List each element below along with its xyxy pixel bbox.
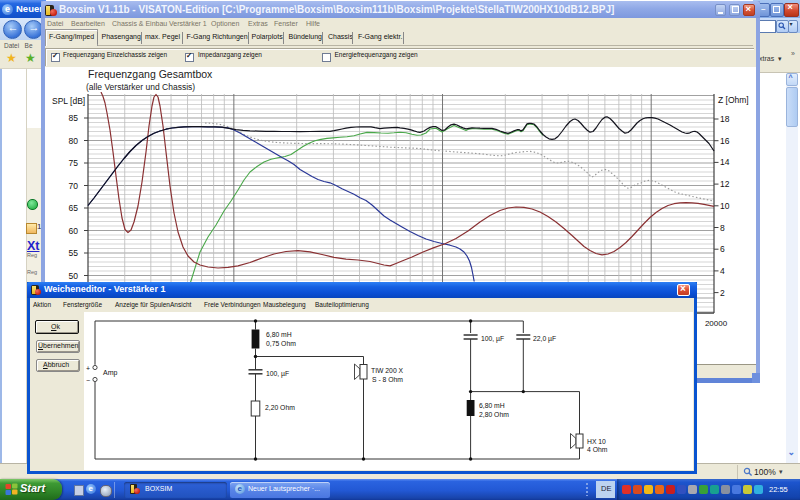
svg-text:HX 10: HX 10	[587, 438, 606, 445]
svg-text:4: 4	[720, 266, 725, 276]
svg-text:2,80 Ohm: 2,80 Ohm	[479, 411, 509, 418]
svg-text:+: +	[86, 365, 90, 372]
svg-text:55: 55	[69, 248, 79, 258]
svg-text:6,80 mH: 6,80 mH	[479, 402, 505, 409]
svg-text:S - 8 Ohm: S - 8 Ohm	[372, 376, 403, 383]
svg-text:10: 10	[720, 201, 730, 211]
svg-text:70: 70	[69, 181, 79, 191]
svg-text:2: 2	[720, 288, 725, 298]
svg-text:4 Ohm: 4 Ohm	[587, 446, 608, 453]
svg-text:6: 6	[720, 244, 725, 254]
svg-text:Z [Ohm]: Z [Ohm]	[718, 95, 749, 105]
svg-text:100, µF: 100, µF	[266, 370, 289, 378]
svg-text:8: 8	[720, 223, 725, 233]
svg-text:6,80 mH: 6,80 mH	[266, 331, 292, 338]
svg-text:14: 14	[720, 157, 730, 167]
svg-text:60: 60	[69, 226, 79, 236]
svg-text:20000: 20000	[705, 319, 728, 328]
svg-text:22,0 µF: 22,0 µF	[533, 335, 556, 343]
svg-text:12: 12	[720, 179, 730, 189]
svg-text:0,75 Ohm: 0,75 Ohm	[266, 340, 296, 347]
svg-text:2,20 Ohm: 2,20 Ohm	[265, 404, 295, 411]
svg-text:Amp: Amp	[103, 369, 118, 377]
svg-text:SPL [dB]: SPL [dB]	[52, 96, 85, 106]
svg-text:16: 16	[720, 136, 730, 146]
svg-text:75: 75	[69, 158, 79, 168]
svg-text:85: 85	[69, 113, 79, 123]
svg-text:65: 65	[69, 203, 79, 213]
svg-text:50: 50	[69, 271, 79, 281]
svg-text:TIW 200 X: TIW 200 X	[371, 367, 404, 374]
svg-text:18: 18	[720, 114, 730, 124]
svg-text:−: −	[86, 377, 90, 384]
svg-text:100, µF: 100, µF	[481, 335, 504, 343]
svg-text:80: 80	[69, 136, 79, 146]
